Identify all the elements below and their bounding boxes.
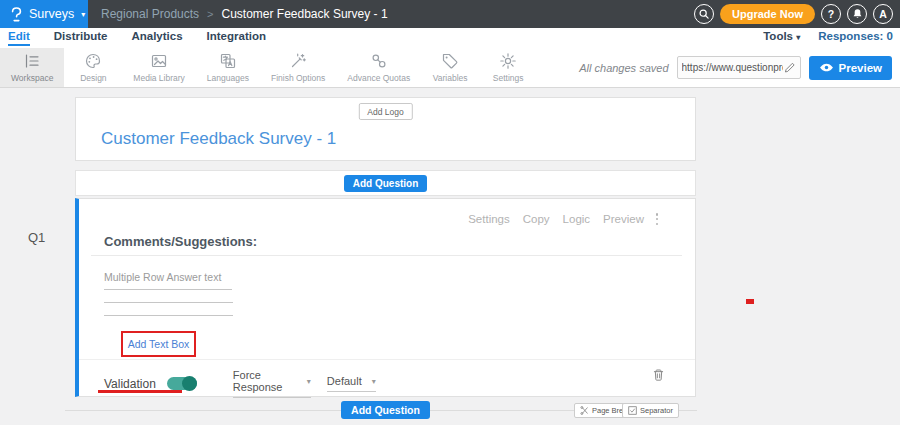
preview-button[interactable]: Preview <box>809 56 892 80</box>
nav-tab-analytics[interactable]: Analytics <box>131 30 182 44</box>
annotation-underline <box>98 390 182 393</box>
workspace-icon <box>23 52 41 70</box>
breadcrumb-current: Customer Feedback Survey - 1 <box>222 7 388 21</box>
edit-url-button[interactable] <box>783 61 796 74</box>
add-question-strip: Add Question <box>75 170 696 196</box>
toolbar-item-finish-options[interactable]: Finish Options <box>260 48 336 87</box>
delete-question-button[interactable] <box>651 367 666 383</box>
nav-tab-integration[interactable]: Integration <box>207 30 266 44</box>
help-button[interactable]: ? <box>821 4 841 24</box>
search-button[interactable] <box>694 4 714 24</box>
separator-label: Separator <box>640 406 673 415</box>
top-header-bar: Surveys ▾ Regional Products > Customer F… <box>0 0 900 28</box>
chevron-down-icon: ▾ <box>372 377 376 386</box>
questionpro-logo-icon <box>9 6 24 23</box>
default-option-label: Default <box>327 375 362 387</box>
breadcrumb-parent[interactable]: Regional Products <box>101 7 199 21</box>
add-question-button-bottom[interactable]: Add Question <box>341 401 430 419</box>
upgrade-now-button[interactable]: Upgrade Now <box>720 4 815 24</box>
editor-toolbar: Workspace Design Media Library Languages… <box>0 48 900 88</box>
question-number-label: Q1 <box>28 230 45 245</box>
translate-icon <box>219 52 237 70</box>
avatar[interactable]: A <box>873 4 893 24</box>
preview-label: Preview <box>839 62 882 74</box>
nav-tab-edit[interactable]: Edit <box>8 30 30 46</box>
toolbar-item-label: Media Library <box>133 73 185 83</box>
toolbar-item-label: Variables <box>433 73 468 83</box>
answer-row-line <box>104 289 232 290</box>
toolbar-item-media-library[interactable]: Media Library <box>122 48 196 87</box>
chevron-down-icon: ▾ <box>81 10 85 19</box>
survey-title[interactable]: Customer Feedback Survey - 1 <box>101 129 336 149</box>
add-text-box-link[interactable]: Add Text Box <box>128 338 190 350</box>
toolbar-item-label: Finish Options <box>271 73 325 83</box>
notifications-button[interactable] <box>847 4 867 24</box>
answer-placeholder: Multiple Row Answer text <box>104 271 244 283</box>
nav-tab-distribute[interactable]: Distribute <box>54 30 108 44</box>
header-actions: Upgrade Now ? A <box>694 4 900 24</box>
gear-icon <box>499 52 517 70</box>
question-copy-link[interactable]: Copy <box>523 213 550 225</box>
force-response-dropdown[interactable]: Force Response ▾ <box>233 369 311 398</box>
toolbar-item-label: Settings <box>493 73 524 83</box>
breadcrumb: Regional Products > Customer Feedback Su… <box>101 7 388 21</box>
bell-icon <box>852 8 863 20</box>
trash-icon <box>651 367 666 383</box>
add-question-button-top[interactable]: Add Question <box>344 175 428 192</box>
toolbar-item-languages[interactable]: Languages <box>196 48 260 87</box>
validation-label: Validation <box>104 377 156 391</box>
multi-row-answer-area[interactable]: Multiple Row Answer text <box>104 271 244 283</box>
annotation-red-dash <box>746 299 754 304</box>
question-footer-row: Validation Force Response ▾ Default ▾ <box>104 369 376 398</box>
main-nav: Edit Distribute Analytics Integration To… <box>0 28 900 48</box>
tools-menu[interactable]: Tools ▾ <box>763 30 800 42</box>
toolbar-item-design[interactable]: Design <box>64 48 122 87</box>
toolbar-item-variables[interactable]: Variables <box>421 48 479 87</box>
save-status-text: All changes saved <box>579 62 668 74</box>
survey-url-input[interactable] <box>682 62 783 73</box>
separator-checkbox-icon <box>628 406 637 415</box>
toolbar-item-label: Workspace <box>11 73 53 83</box>
nav-right: Tools ▾ Responses: 0 <box>763 30 900 42</box>
breadcrumb-separator-icon: > <box>207 8 213 20</box>
add-logo-button[interactable]: Add Logo <box>358 103 412 120</box>
toggle-knob <box>182 376 197 391</box>
chevron-down-icon: ▾ <box>796 33 800 42</box>
question-logic-link[interactable]: Logic <box>563 213 591 225</box>
question-action-menu: Settings Copy Logic Preview <box>468 213 644 225</box>
surveys-product-menu[interactable]: Surveys ▾ <box>0 0 88 28</box>
kebab-menu-icon[interactable] <box>652 212 662 226</box>
answer-row-line <box>104 315 233 316</box>
tag-icon <box>441 52 459 70</box>
validation-toggle-on[interactable] <box>167 377 197 390</box>
page-break-icon <box>580 406 589 415</box>
separator-button[interactable]: Separator <box>622 403 679 418</box>
search-icon <box>698 8 710 20</box>
default-option-dropdown[interactable]: Default ▾ <box>327 375 376 392</box>
survey-editor-canvas: Q1 Add Logo Customer Feedback Survey - 1… <box>0 88 900 425</box>
pencil-icon <box>783 61 796 74</box>
toolbar-item-settings[interactable]: Settings <box>479 48 537 87</box>
answer-row-line <box>104 302 233 303</box>
question-footer: Validation Force Response ▾ Default ▾ <box>79 359 695 396</box>
question-settings-link[interactable]: Settings <box>468 213 510 225</box>
toolbar-item-label: Advance Quotas <box>347 73 410 83</box>
question-card: Settings Copy Logic Preview Comments/Sug… <box>75 198 696 397</box>
question-preview-link[interactable]: Preview <box>603 213 644 225</box>
toolbar-item-advance-quotas[interactable]: Advance Quotas <box>336 48 421 87</box>
survey-url-box <box>677 56 801 79</box>
annotation-highlight-box: Add Text Box <box>121 331 196 357</box>
responses-link[interactable]: Responses: 0 <box>818 30 893 42</box>
eye-icon <box>819 62 834 73</box>
force-response-label: Force Response <box>233 369 307 393</box>
image-icon <box>150 52 168 70</box>
questionpro-app: Surveys ▾ Regional Products > Customer F… <box>0 0 900 425</box>
toolbar-item-label: Design <box>80 73 106 83</box>
question-text[interactable]: Comments/Suggestions: <box>104 234 257 249</box>
magic-wand-icon <box>289 52 307 70</box>
toolbar-item-workspace[interactable]: Workspace <box>0 48 64 87</box>
tools-label: Tools <box>763 30 793 42</box>
product-label: Surveys <box>29 7 74 21</box>
palette-icon <box>84 52 102 70</box>
survey-header-card: Add Logo Customer Feedback Survey - 1 <box>75 97 696 161</box>
